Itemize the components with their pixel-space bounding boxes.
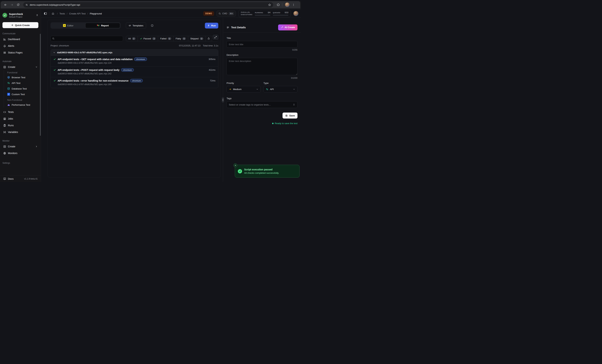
report-search (51, 36, 123, 41)
extensions-icon[interactable] (277, 3, 280, 6)
playwright-masks-icon (97, 24, 100, 27)
sidebar-item-database-test[interactable]: Database Test (7, 86, 38, 92)
sidebar-item-create-test[interactable]: Create (2, 64, 38, 70)
test-result-row[interactable]: API endpoint tests › POST request with r… (51, 66, 218, 77)
breadcrumb-playground: Playground (90, 12, 102, 15)
test-description-textarea[interactable] (226, 58, 298, 75)
demo-badge: DEMO (203, 11, 214, 16)
filter-flaky[interactable]: Flaky 0 (173, 36, 188, 41)
test-result-row[interactable]: API endpoint tests › error handling for … (51, 77, 218, 88)
templates-button[interactable]: Templates (126, 22, 146, 29)
chevron-down-icon (35, 66, 38, 68)
breadcrumb-tests[interactable]: Tests (60, 12, 65, 15)
chevron-right-icon (35, 145, 38, 148)
test-duration: 72ms (210, 79, 215, 82)
test-location: da63901f-6690-43c1-b797-d6d62f6a7df2.spe… (58, 83, 215, 86)
expand-report-button[interactable] (213, 34, 219, 40)
tab-report[interactable]: Report (85, 23, 120, 28)
sidebar-item-alerts[interactable]: Alerts (2, 42, 38, 49)
toast-close-button[interactable] (233, 163, 237, 167)
filter-all[interactable]: All 3 (126, 36, 138, 41)
browser-profile-avatar[interactable] (285, 2, 290, 7)
editor-report-tabs: JS Editor Report (51, 22, 121, 29)
sidebar-item-browser-test[interactable]: Browser Test (7, 74, 38, 80)
report-search-input[interactable] (51, 36, 123, 41)
playground-card: JS Editor Report (48, 20, 221, 177)
site-settings-icon[interactable] (25, 3, 28, 6)
save-status: Ready to save the test (226, 122, 298, 125)
sidebar-item-status-pages[interactable]: Status Pages (2, 49, 38, 56)
status-dot (272, 123, 274, 124)
chevron-down-icon (293, 88, 295, 90)
title-counter: 0/255 (226, 49, 298, 51)
sidebar-item-runs[interactable]: Runs (2, 122, 38, 129)
sidebar-item-monitors[interactable]: Monitors (2, 150, 38, 156)
calendar-clock-icon (3, 117, 6, 120)
test-duration: 305ms (209, 58, 215, 61)
info-icon[interactable] (151, 24, 154, 27)
test-location: da63901f-6690-43c1-b797-d6d62f6a7df2.spe… (58, 73, 215, 75)
quick-create-button[interactable]: Quick Create (2, 22, 38, 28)
bar-chart-icon (3, 38, 6, 41)
search-icon (52, 37, 54, 40)
toolbar-divider (282, 3, 282, 6)
sidebar-item-create-monitor[interactable]: Create (2, 143, 38, 150)
all-count-badge: 3 (132, 37, 136, 40)
toast-message: All checks completed successfully. (244, 172, 279, 174)
tags-select[interactable]: Select or create tags to organize tests.… (226, 101, 298, 108)
bookmark-star-icon[interactable] (268, 3, 271, 6)
browser-back-button[interactable] (3, 2, 8, 7)
sidebar-item-api-test[interactable]: API Test (7, 80, 38, 86)
ai-create-button[interactable]: AI Create (278, 24, 298, 31)
floppy-disk-icon (285, 114, 288, 117)
test-title-input[interactable] (226, 41, 298, 48)
browser-reload-button[interactable] (15, 2, 21, 7)
sidebar-item-jobs[interactable]: Jobs (2, 115, 38, 122)
command-palette-button[interactable]: CMD ⌘K (216, 10, 236, 17)
type-select[interactable]: API (264, 86, 298, 93)
docs-link[interactable]: Docs (8, 177, 13, 180)
sidebar-scrollbar[interactable] (40, 34, 41, 136)
sidebar-item-performance-test[interactable]: Performance Test (7, 102, 38, 108)
run-timestamp: 07/12/2025, 11:47:13 (179, 44, 201, 47)
browser-badge: chromium (121, 68, 134, 72)
sub-label-non-functional: Non-Functional (7, 99, 38, 101)
square-plus-icon (3, 66, 6, 69)
header-divider (49, 12, 49, 15)
org-project: Default Project (9, 16, 34, 18)
test-duration: 411ms (209, 69, 215, 71)
home-icon[interactable] (51, 11, 55, 16)
sidebar-item-dashboard[interactable]: Dashboard (2, 36, 38, 42)
test-title: API endpoint tests › POST request with r… (58, 69, 119, 71)
run-button[interactable]: Run (205, 23, 218, 29)
user-avatar[interactable] (293, 11, 299, 16)
duration-filter-button[interactable] (206, 36, 212, 41)
test-result-row[interactable]: API endpoint tests › GET request with st… (51, 56, 218, 66)
spec-file-group-header[interactable]: da63901f-6690-43c1-b797-d6d62f6a7df2.spe… (51, 49, 218, 56)
project-switcher[interactable]: Supercheck Default Project (2, 12, 38, 19)
sidebar-toggle-icon[interactable] (43, 11, 48, 16)
success-toast: Script execution passed All checks compl… (235, 165, 300, 177)
address-bar[interactable]: demo.supercheck.io/playground?scriptType… (23, 2, 273, 8)
tab-editor[interactable]: JS Editor (51, 23, 85, 28)
sidebar-item-variables[interactable]: Variables (2, 129, 38, 135)
playground-main: JS Editor Report (41, 18, 223, 182)
close-icon (235, 164, 236, 166)
sidebar-item-custom-test[interactable]: f Custom Test (7, 92, 38, 97)
browser-forward-button[interactable] (9, 2, 14, 7)
priority-select[interactable]: Medium (226, 86, 261, 93)
panel-resize-handle[interactable] (222, 97, 224, 103)
browser-menu-icon[interactable] (292, 3, 295, 6)
breadcrumb-create-api-test[interactable]: Create API Test (69, 12, 86, 15)
filter-failed[interactable]: Failed 0 (158, 36, 173, 41)
save-button[interactable]: Save (282, 113, 298, 118)
database-icon (7, 87, 10, 90)
sidebar-item-tests[interactable]: Tests (2, 109, 38, 115)
chevron-down-icon (53, 51, 55, 54)
javascript-icon: JS (63, 24, 66, 27)
filter-passed[interactable]: Passed 3 (138, 36, 158, 41)
chevrons-up-down-icon (293, 104, 295, 106)
url-text: demo.supercheck.io/playground?scriptType… (30, 3, 266, 6)
description-counter: 0/1000 (226, 77, 298, 79)
filter-skipped[interactable]: Skipped 0 (188, 36, 206, 41)
